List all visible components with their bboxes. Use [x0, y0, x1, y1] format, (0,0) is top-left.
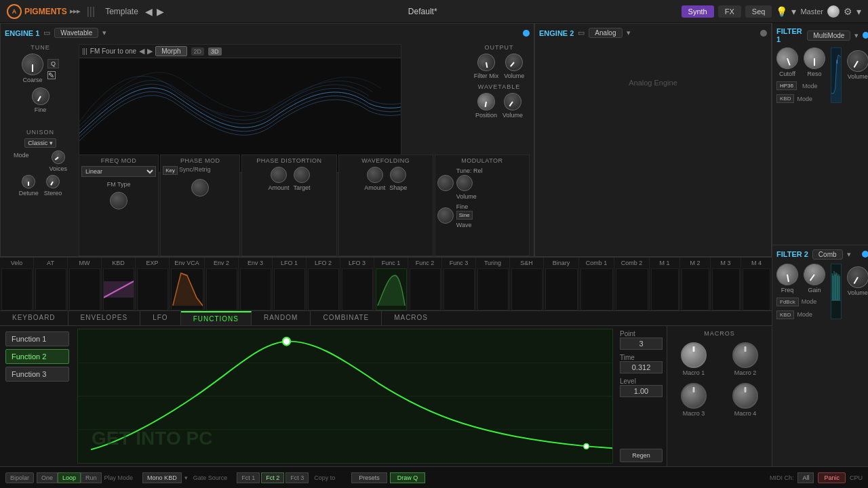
mod-tab-sh[interactable]: S&H: [510, 258, 544, 310]
all-button[interactable]: All: [797, 472, 814, 483]
mod-tab-m3[interactable]: M 3: [711, 258, 741, 310]
mod-tab-lfo3[interactable]: LFO 3: [340, 258, 374, 310]
fm-type-select[interactable]: Linear Exponential: [81, 166, 156, 177]
fct2-button[interactable]: Fct 2: [261, 472, 284, 483]
freq-mod-knob[interactable]: [110, 192, 127, 209]
fine-knob[interactable]: [30, 86, 50, 106]
prev-button[interactable]: ◀: [145, 6, 153, 17]
unison-mode-select[interactable]: Classic ▾: [24, 138, 56, 148]
mod-tab-comb2[interactable]: Comb 2: [614, 258, 650, 310]
reso-knob[interactable]: [800, 44, 828, 72]
level-value[interactable]: 1.00: [620, 385, 663, 397]
gain-knob[interactable]: [801, 261, 827, 287]
stereo-knob[interactable]: [45, 174, 60, 189]
tab-functions[interactable]: FUNCTIONS: [181, 311, 252, 325]
mod-tab-binary[interactable]: Binary: [544, 258, 579, 310]
mod-tab-m4[interactable]: M 4: [741, 258, 772, 310]
tab-random[interactable]: RANDOM: [252, 311, 311, 325]
pd-target-knob[interactable]: [294, 167, 310, 183]
mod-tab-func3[interactable]: Func 3: [442, 258, 476, 310]
tab-keyboard[interactable]: KEYBOARD: [0, 311, 68, 325]
light-icon[interactable]: 💡: [776, 6, 787, 17]
mod-tab-turing[interactable]: Turing: [476, 258, 510, 310]
mod-tab-lfo1[interactable]: LFO 1: [273, 258, 307, 310]
filter1-power-button[interactable]: [863, 32, 868, 39]
run-button[interactable]: Run: [81, 472, 102, 483]
one-button[interactable]: One: [37, 472, 58, 483]
key-button[interactable]: Key: [163, 166, 178, 175]
tune-lock-icon[interactable]: ✎: [47, 71, 56, 79]
fct1-button[interactable]: Fct 1: [237, 472, 260, 483]
seq-button[interactable]: Seq: [745, 5, 772, 18]
mod-tab-lfo2[interactable]: LFO 2: [307, 258, 340, 310]
dim-2d-badge[interactable]: 2D: [191, 47, 205, 56]
preset-name[interactable]: Default*: [171, 7, 675, 16]
engine1-copy-icon[interactable]: ▭: [43, 28, 50, 37]
time-value[interactable]: 0.312: [620, 361, 663, 373]
filter2-chevron[interactable]: ▾: [847, 250, 851, 259]
point-value[interactable]: 3: [620, 338, 663, 350]
mod-tab-env3[interactable]: Env 3: [239, 258, 273, 310]
bipolar-button[interactable]: Bipolar: [5, 472, 34, 483]
gate-source-chevron[interactable]: ▾: [184, 474, 188, 481]
settings-icon[interactable]: ⚙: [844, 6, 852, 17]
macro4-knob[interactable]: [732, 383, 758, 409]
presets-button[interactable]: Presets: [351, 472, 387, 483]
coarse-knob[interactable]: [18, 50, 46, 78]
loop-button[interactable]: Loop: [58, 472, 81, 483]
mod-tab-env2[interactable]: Env 2: [205, 258, 239, 310]
hp36-button[interactable]: HP36: [776, 81, 797, 90]
fdbck-button[interactable]: FdBck: [776, 298, 799, 306]
tab-combinate[interactable]: COMBINATE: [311, 311, 382, 325]
cutoff-knob[interactable]: [772, 43, 802, 73]
wt-volume-knob[interactable]: [502, 91, 524, 113]
mod-tab-velo[interactable]: Velo: [0, 258, 34, 310]
function1-button[interactable]: Function 1: [5, 331, 69, 346]
tab-lfo[interactable]: LFO: [140, 311, 180, 325]
engine1-type-button[interactable]: Wavetable: [54, 28, 98, 38]
output-volume-knob[interactable]: [503, 51, 526, 73]
engine1-chevron[interactable]: ▾: [102, 28, 106, 37]
fx-button[interactable]: FX: [718, 5, 741, 18]
function-display[interactable]: GET INTO PC: [77, 329, 613, 464]
master-knob[interactable]: [827, 5, 840, 18]
tab-macros[interactable]: MACROS: [382, 311, 440, 325]
detune-knob[interactable]: [20, 173, 37, 190]
panic-button[interactable]: Panic: [818, 472, 846, 483]
waveform-next-icon[interactable]: ▶: [147, 47, 153, 56]
chevron-down-icon[interactable]: ▾: [791, 6, 796, 17]
dim-3d-badge[interactable]: 3D: [208, 47, 222, 56]
engine1-power-button[interactable]: [523, 30, 530, 37]
mod-tab-m2[interactable]: M 2: [680, 258, 711, 310]
voices-knob[interactable]: [49, 148, 67, 166]
position-knob[interactable]: [476, 92, 496, 112]
pd-amount-knob[interactable]: [271, 167, 287, 183]
mod-tab-func2[interactable]: Func 2: [408, 258, 442, 310]
wf-amount-knob[interactable]: [367, 167, 383, 183]
mod-tab-at[interactable]: AT: [34, 258, 68, 310]
mod-tune-knob[interactable]: [437, 175, 454, 191]
mod-fine-knob[interactable]: [437, 207, 454, 224]
macro1-knob[interactable]: [681, 342, 707, 368]
filter-mix-knob[interactable]: [474, 50, 498, 75]
filter2-type-button[interactable]: Comb: [812, 249, 843, 260]
mod-tab-func1[interactable]: Func 1: [374, 258, 408, 310]
filter2-kbd-button[interactable]: KBD: [776, 310, 794, 319]
waveform-prev-icon[interactable]: ◀: [139, 47, 144, 56]
mod-tab-exp[interactable]: EXP: [136, 258, 170, 310]
tune-q-button[interactable]: Q: [47, 59, 59, 68]
template-label[interactable]: Template: [105, 7, 138, 16]
function3-button[interactable]: Function 3: [5, 367, 69, 382]
tab-envelopes[interactable]: ENVELOPES: [68, 311, 141, 325]
draw-q-button[interactable]: Draw Q: [390, 472, 426, 483]
mod-tab-m1[interactable]: M 1: [650, 258, 680, 310]
filter2-volume-knob[interactable]: [845, 264, 868, 289]
morph-button[interactable]: Morph: [155, 46, 186, 56]
function2-button[interactable]: Function 2: [5, 349, 69, 364]
play-button[interactable]: ▶: [157, 6, 164, 17]
fct3-button[interactable]: Fct 3: [285, 472, 309, 483]
mod-tab-mw[interactable]: MW: [68, 258, 102, 310]
filter1-type-button[interactable]: MultiMode: [807, 30, 850, 41]
filter1-chevron[interactable]: ▾: [854, 31, 859, 40]
wf-shape-knob[interactable]: [390, 167, 406, 183]
